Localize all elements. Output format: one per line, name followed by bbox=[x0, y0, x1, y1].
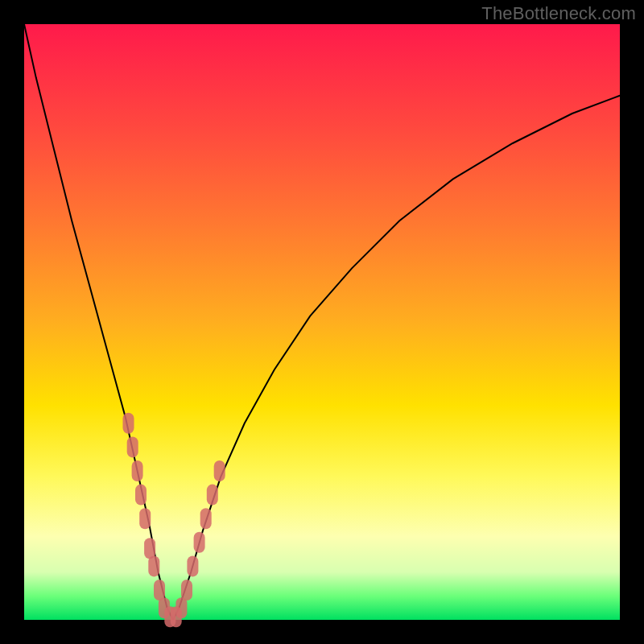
highlight-dot bbox=[181, 580, 192, 601]
highlight-dot bbox=[123, 413, 134, 434]
highlight-dot bbox=[207, 485, 218, 506]
highlight-dot bbox=[139, 508, 151, 529]
highlight-dot bbox=[214, 460, 225, 481]
highlight-dot bbox=[200, 508, 212, 529]
bottleneck-curve bbox=[24, 24, 620, 620]
chart-frame: TheBottleneck.com bbox=[0, 0, 644, 644]
plot-area bbox=[24, 24, 620, 620]
highlight-dot bbox=[148, 555, 159, 576]
highlight-dot bbox=[154, 580, 165, 601]
highlight-dot bbox=[135, 485, 147, 506]
highlight-dot bbox=[144, 538, 155, 559]
watermark-text: TheBottleneck.com bbox=[481, 3, 636, 24]
highlight-dot bbox=[194, 532, 205, 553]
curve-layer bbox=[24, 24, 620, 620]
highlight-dot bbox=[175, 597, 187, 618]
highlight-dot bbox=[127, 436, 138, 457]
highlight-dot bbox=[132, 460, 143, 481]
highlight-dot bbox=[187, 555, 198, 576]
